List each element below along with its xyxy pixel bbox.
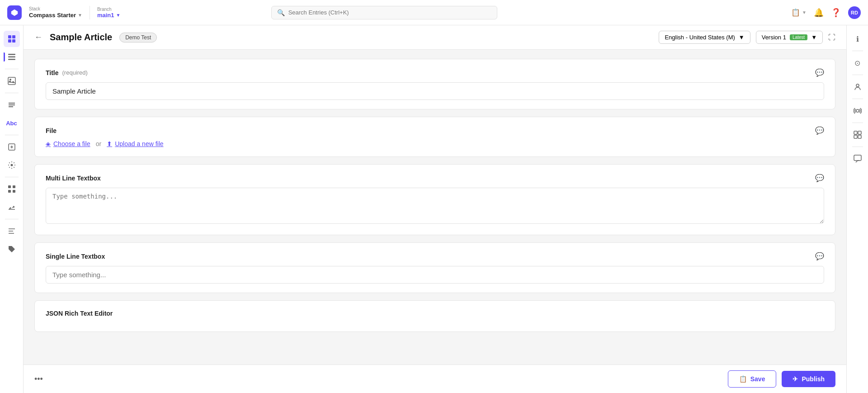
field-singleline-section: Single Line Textbox 💬 — [34, 242, 835, 293]
svg-rect-5 — [8, 57, 15, 58]
left-sidebar: Abc — [0, 25, 24, 393]
field-file-header: File 💬 — [46, 126, 824, 135]
branch-name-group[interactable]: main1 ▼ — [97, 12, 120, 19]
choose-file-icon: ◈ — [46, 140, 51, 147]
header-right: English - United States (M) ▼ Version 1 … — [659, 31, 835, 44]
field-multiline-header: Multi Line Textbox 💬 — [46, 174, 824, 182]
field-json-editor-section: JSON Rich Text Editor — [34, 300, 835, 332]
search-icon: 🔍 — [277, 9, 285, 16]
upload-file-button[interactable]: ⬆ Upload a new file — [107, 140, 163, 147]
stack-chevron-icon: ▼ — [78, 12, 82, 18]
field-title-label: Title (required) — [46, 69, 88, 76]
sidebar-item-text[interactable]: Abc — [4, 115, 20, 131]
sidebar-item-content-model[interactable] — [4, 97, 20, 113]
publish-button[interactable]: ✈ Publish — [782, 371, 835, 387]
demo-badge[interactable]: Demo Test — [119, 33, 157, 43]
upload-icon: ⬆ — [107, 140, 112, 147]
right-permissions-icon[interactable] — [849, 79, 866, 95]
svg-rect-25 — [854, 155, 861, 161]
field-file-label: File — [46, 127, 57, 134]
save-icon: 📋 — [739, 375, 747, 383]
version-text: Version 1 — [762, 34, 786, 41]
field-title-header: Title (required) 💬 — [46, 68, 824, 77]
svg-point-18 — [9, 247, 10, 248]
save-view-chevron: ▼ — [802, 10, 807, 15]
stack-name-text: Compass Starter — [29, 12, 76, 19]
version-selector[interactable]: Version 1 Latest ▼ — [756, 31, 823, 44]
right-divider-4 — [852, 123, 863, 123]
right-info-icon[interactable]: ℹ — [849, 31, 866, 47]
main-layout: Abc ← Sample Article Demo Test — [0, 25, 868, 393]
version-badge: Latest — [790, 34, 807, 40]
svg-rect-11 — [8, 185, 11, 188]
save-view-button[interactable]: 📋 ▼ — [791, 8, 807, 17]
svg-rect-0 — [8, 35, 11, 38]
sidebar-item-tags[interactable] — [4, 241, 20, 257]
right-components-icon[interactable] — [849, 127, 866, 143]
search-bar[interactable]: 🔍 — [271, 6, 497, 19]
sidebar-item-workflows[interactable] — [4, 223, 20, 239]
choose-file-button[interactable]: ◈ Choose a file — [46, 140, 90, 147]
field-title-section: Title (required) 💬 — [34, 59, 835, 109]
app-logo[interactable] — [7, 5, 22, 20]
content-header: ← Sample Article Demo Test English - Uni… — [24, 25, 846, 50]
right-divider-3 — [852, 99, 863, 99]
fullscreen-button[interactable]: ⛶ — [828, 33, 835, 42]
field-required-text: (required) — [62, 69, 88, 76]
field-file-section: File 💬 ◈ Choose a file or ⬆ Upload a new… — [34, 117, 835, 157]
field-json-header: JSON Rich Text Editor — [46, 310, 824, 317]
back-button[interactable]: ← — [34, 33, 42, 42]
sidebar-item-grid[interactable] — [4, 181, 20, 197]
top-nav-right: 📋 ▼ 🔔 ❓ RD — [791, 6, 861, 19]
right-preview-icon[interactable]: ⊙ — [849, 55, 866, 71]
content-area: ← Sample Article Demo Test English - Uni… — [24, 25, 846, 393]
branch-label: Branch — [97, 7, 120, 12]
search-input[interactable] — [288, 9, 491, 16]
svg-rect-24 — [858, 135, 861, 138]
branch-name-text: main1 — [97, 12, 114, 19]
multiline-comment-button[interactable]: 💬 — [815, 174, 824, 182]
sidebar-item-assets[interactable] — [4, 73, 20, 89]
help-icon[interactable]: ❓ — [831, 8, 841, 18]
page-title: Sample Article — [50, 32, 112, 43]
title-comment-button[interactable]: 💬 — [815, 68, 824, 77]
svg-rect-14 — [13, 190, 15, 193]
svg-rect-3 — [12, 39, 15, 43]
sidebar-divider-5 — [5, 219, 19, 219]
sidebar-item-dashboard[interactable] — [4, 31, 20, 47]
right-sidebar: ℹ ⊙ — [846, 25, 868, 393]
sidebar-divider-1 — [5, 69, 19, 69]
sidebar-item-extensions[interactable] — [4, 139, 20, 155]
notifications-icon[interactable]: 🔔 — [814, 8, 824, 18]
right-comments-icon[interactable] — [849, 151, 866, 167]
sidebar-item-analytics[interactable] — [4, 199, 20, 215]
sidebar-item-settings[interactable] — [4, 157, 20, 173]
right-divider-5 — [852, 147, 863, 147]
right-broadcast-icon[interactable] — [849, 103, 866, 119]
sidebar-item-entries[interactable] — [4, 49, 20, 65]
singleline-input[interactable] — [46, 266, 824, 284]
sidebar-divider-3 — [5, 135, 19, 135]
singleline-comment-button[interactable]: 💬 — [815, 252, 824, 260]
title-input[interactable] — [46, 82, 824, 100]
locale-chevron-icon: ▼ — [739, 34, 745, 41]
svg-rect-4 — [8, 54, 15, 55]
sidebar-divider-4 — [5, 177, 19, 177]
multiline-textarea[interactable] — [46, 188, 824, 224]
svg-point-8 — [9, 79, 11, 80]
stack-name-group[interactable]: Compass Starter ▼ — [29, 12, 82, 19]
avatar[interactable]: RD — [848, 6, 861, 19]
svg-point-19 — [856, 84, 859, 87]
field-singleline-label: Single Line Textbox — [46, 253, 105, 260]
bottom-bar: ••• 📋 Save ✈ Publish — [24, 365, 846, 393]
locale-selector[interactable]: English - United States (M) ▼ — [659, 31, 750, 44]
sidebar-divider-2 — [5, 93, 19, 93]
save-button[interactable]: 📋 Save — [728, 370, 777, 388]
right-divider-1 — [852, 51, 863, 51]
version-chevron-icon: ▼ — [811, 34, 817, 41]
svg-rect-2 — [8, 39, 11, 43]
svg-point-20 — [856, 109, 859, 112]
file-comment-button[interactable]: 💬 — [815, 126, 824, 135]
more-options-button[interactable]: ••• — [34, 374, 43, 384]
field-singleline-header: Single Line Textbox 💬 — [46, 252, 824, 260]
